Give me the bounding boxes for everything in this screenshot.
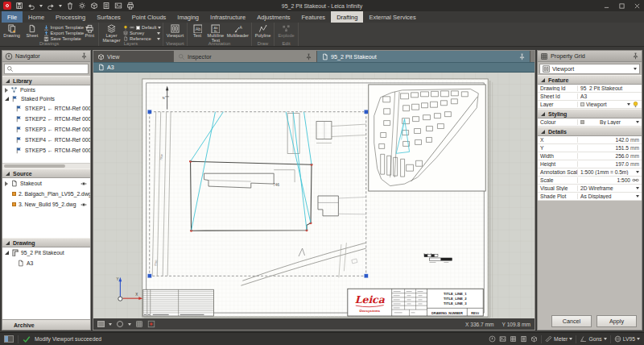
sheet-button[interactable]: Sheet: [23, 23, 41, 38]
close-button[interactable]: [633, 2, 641, 10]
multiline-text-button[interactable]: AbBc Multiline Text: [206, 23, 225, 43]
survey-layer-button[interactable]: Survey: [123, 31, 160, 35]
viewport-button[interactable]: Viewport: [166, 23, 184, 38]
multileader-button[interactable]: A Multileader: [227, 23, 249, 38]
tree-item-a3-sheet[interactable]: A3: [2, 258, 90, 268]
ribbon-tab-processing[interactable]: Processing: [50, 11, 91, 23]
report-status-icon[interactable]: [520, 335, 527, 343]
pin-icon[interactable]: [518, 53, 526, 60]
qat-redo-button[interactable]: [47, 2, 55, 10]
default-layer-selector[interactable]: Default: [123, 25, 160, 30]
horizontal-scrollbar[interactable]: [2, 163, 90, 168]
navigator-search[interactable]: [4, 64, 89, 74]
layer-dropdown-icon[interactable]: [627, 103, 630, 106]
layer-manager-button[interactable]: Layer Manager: [101, 23, 122, 43]
orbit-dropdown-icon[interactable]: [128, 323, 131, 326]
qat-inspector-button[interactable]: [90, 2, 98, 10]
tree-item-stakeout[interactable]: Stakeout: [2, 178, 90, 189]
ribbon-tab-infrastructure[interactable]: Infrastructure: [204, 11, 251, 23]
polyline-button[interactable]: Polyline: [254, 23, 271, 38]
cancel-button[interactable]: Cancel: [551, 315, 592, 327]
visibility-eye-icon[interactable]: [80, 181, 88, 187]
tree-item-stkep4[interactable]: STKEP4 ← RTCM-Ref 0000 (07/10/: [2, 135, 90, 145]
qat-open-icon[interactable]: [15, 2, 23, 10]
tree-item-stkep5[interactable]: STKEP5 ← RTCM-Ref 0000 (07/10/: [2, 145, 90, 156]
shade-plot-dropdown-icon[interactable]: [636, 195, 639, 197]
fill-mode-button[interactable]: [97, 321, 105, 327]
styling-section-header[interactable]: Styling: [538, 109, 642, 118]
ribbon-tab-point-clouds[interactable]: Point Clouds: [126, 11, 172, 23]
maximize-button[interactable]: [617, 2, 625, 10]
orbit-button[interactable]: [116, 320, 124, 328]
sheet-tab-bar[interactable]: A3: [93, 62, 535, 73]
search-input[interactable]: [15, 66, 86, 72]
ribbon-tab-adjustments[interactable]: Adjustments: [251, 11, 295, 23]
feature-section-header[interactable]: Feature: [538, 75, 642, 85]
tree-item-stkep1[interactable]: STKEP1 ← RTCM-Ref 0000 (07/10/: [2, 103, 90, 114]
tab-view[interactable]: View: [93, 51, 174, 62]
minimize-button[interactable]: [602, 2, 610, 10]
compass-status-icon[interactable]: [489, 335, 496, 343]
tab-stakeout[interactable]: 95_2 Pit Stakeout: [317, 51, 530, 62]
ribbon-tab-home[interactable]: Home: [23, 11, 50, 23]
viewport-grip[interactable]: [364, 110, 368, 114]
distance-unit-dropdown[interactable]: Meter: [545, 335, 572, 343]
qat-undo-button[interactable]: [27, 2, 35, 10]
pin-icon[interactable]: [632, 52, 639, 60]
tree-item-drawing-root[interactable]: 95_2 Pit Stakeout: [2, 247, 90, 258]
import-template-button[interactable]: Import Template: [43, 25, 82, 30]
angle-unit-dropdown[interactable]: Gons: [580, 335, 606, 343]
selected-object-dropdown[interactable]: Viewport: [539, 64, 640, 74]
viewport-grip[interactable]: [364, 274, 368, 278]
archive-section-header[interactable]: Archive: [2, 319, 90, 330]
viewport-grip[interactable]: [147, 274, 151, 278]
tree-item-staked-points[interactable]: Staked Points: [2, 94, 90, 103]
crs-dropdown[interactable]: LV95: [614, 335, 640, 343]
panel-toggle-button[interactable]: [4, 335, 14, 343]
ribbon-tab-features[interactable]: Features: [296, 11, 332, 23]
image-status-icon[interactable]: [499, 335, 506, 343]
tree-item-points[interactable]: Points: [2, 85, 90, 94]
pin-icon[interactable]: [305, 53, 312, 60]
ribbon-tab-surfaces[interactable]: Surfaces: [91, 11, 126, 23]
grid-toggle-button[interactable]: [135, 320, 143, 328]
text-button[interactable]: Ab Text: [190, 23, 204, 38]
drawing-section-header[interactable]: Drawing: [2, 238, 90, 247]
annotation-scale-dropdown-icon[interactable]: [636, 171, 639, 173]
viewport-grip[interactable]: [147, 110, 151, 114]
grid-status-icon[interactable]: [510, 335, 517, 343]
export-template-button[interactable]: Export Template: [43, 31, 82, 35]
qat-redo-dropdown-icon[interactable]: [59, 5, 62, 7]
apply-button[interactable]: Apply: [597, 315, 637, 327]
cube-status-icon[interactable]: [530, 335, 538, 343]
ribbon-tab-drafting[interactable]: Drafting: [331, 11, 363, 23]
library-section-header[interactable]: Library: [2, 76, 90, 85]
qat-settings-button[interactable]: [78, 2, 86, 10]
tab-inspector[interactable]: Inspector: [174, 51, 317, 62]
drawing-button[interactable]: Drawing: [2, 23, 21, 38]
ribbon-tab-imaging[interactable]: Imaging: [171, 11, 204, 23]
tree-item-balgach-dwg[interactable]: 2. Balgach_Plan_LV95_2.dwg: [2, 189, 90, 199]
visibility-eye-icon[interactable]: [80, 202, 88, 208]
snap-toggle-button[interactable]: [147, 320, 155, 328]
print-button[interactable]: Print: [84, 23, 97, 38]
app-logo-icon[interactable]: [3, 2, 11, 10]
qat-print-button[interactable]: [126, 2, 134, 10]
tree-item-newbuild-dwg[interactable]: 3. New_Build 95_2.dwg: [2, 199, 90, 210]
tree-item-stkep2[interactable]: STKEP2 ← RTCM-Ref 0000 (07/10/: [2, 114, 90, 124]
scale-link-icon[interactable]: [632, 177, 639, 184]
qat-undo-dropdown-icon[interactable]: [39, 5, 43, 7]
visual-style-dropdown-icon[interactable]: [636, 187, 639, 189]
qat-report-button[interactable]: [102, 2, 110, 10]
ribbon-tab-file[interactable]: File: [2, 11, 23, 23]
qat-delete-button[interactable]: [66, 2, 74, 10]
fill-mode-dropdown-icon[interactable]: [109, 323, 112, 326]
layer-bulb-icon[interactable]: [632, 101, 639, 108]
tree-item-stkep3[interactable]: STKEP3 ← RTCM-Ref 0000 (07/10/: [2, 124, 90, 135]
drawing-canvas[interactable]: 746 7924 2560 N: [93, 73, 535, 318]
ribbon-tab-external-services[interactable]: External Services: [363, 11, 421, 23]
qat-image-button[interactable]: [114, 2, 122, 10]
colour-dropdown-icon[interactable]: [636, 121, 639, 123]
source-section-header[interactable]: Source: [2, 168, 90, 178]
details-section-header[interactable]: Details: [538, 127, 642, 136]
